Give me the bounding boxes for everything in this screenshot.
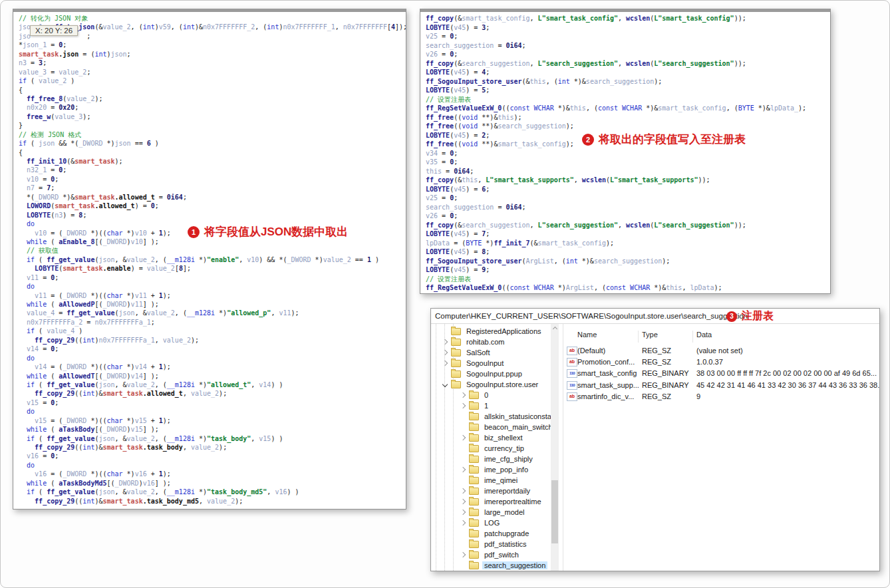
code-line[interactable]: do bbox=[19, 354, 406, 363]
code-line[interactable]: n32_1 = 0; bbox=[19, 166, 406, 174]
code-line[interactable]: v14 = (_DWORD *)((char *)v14 + 1); bbox=[19, 363, 406, 371]
column-divider[interactable] bbox=[638, 331, 639, 343]
code-line[interactable]: v11 = (_DWORD *)((char *)v11 + 1); bbox=[19, 291, 406, 300]
tree-item-patchupgrade[interactable]: patchupgrade bbox=[431, 528, 563, 539]
code-line[interactable]: LOBYTE(v45) = 3; bbox=[426, 23, 830, 33]
code-line[interactable]: if ( value_2 ) bbox=[19, 76, 406, 85]
code-line[interactable]: ff_copy_29((int)&smart_task.allowed_t, v… bbox=[19, 389, 406, 398]
tree-item-search-suggestion[interactable]: search_suggestion bbox=[431, 560, 563, 571]
tree-item-sogouinput-store-user[interactable]: SogouInput.store.user bbox=[431, 379, 563, 390]
code-line[interactable]: v26 = 0; bbox=[426, 50, 830, 59]
tree-item-1[interactable]: 1 bbox=[431, 400, 563, 411]
code-line[interactable]: v16 = (_DWORD *)((char *)v16 + 1); bbox=[19, 470, 406, 478]
code-line[interactable]: n0x20 = 0x20; bbox=[19, 103, 406, 112]
code-line[interactable]: ff_copy(&this, L"smart_task_supports", w… bbox=[426, 176, 830, 185]
code-line[interactable]: // 获取值 bbox=[19, 246, 406, 255]
registry-value-row[interactable]: 110smart_task_configREG_BINARY38 03 00 0… bbox=[564, 368, 879, 379]
code-line[interactable]: do bbox=[19, 282, 406, 291]
tree-item-registeredapplications[interactable]: RegisteredApplications bbox=[431, 326, 563, 337]
tree-item-rohitab-com[interactable]: rohitab.com bbox=[431, 337, 563, 347]
code-line[interactable]: n3 = 3; bbox=[19, 59, 406, 67]
tree-item-salsoft[interactable]: SalSoft bbox=[431, 347, 563, 358]
tree-item-ime-qimei[interactable]: ime_qimei bbox=[431, 475, 563, 486]
registry-value-row[interactable]: abPromotion_conf...REG_SZ1.0.0.37 bbox=[564, 357, 879, 368]
scroll-up-button[interactable] bbox=[551, 324, 559, 333]
code-line[interactable]: v35 = 0; bbox=[426, 158, 830, 167]
tree-item-pdf-statistics[interactable]: pdf_statistics bbox=[431, 539, 563, 549]
code-line[interactable]: v15 = (_DWORD *)((char *)v15 + 1); bbox=[19, 416, 406, 425]
tree-item-large-model[interactable]: large_model bbox=[431, 507, 563, 517]
code-line[interactable]: LOBYTE(v45) = 4; bbox=[426, 68, 830, 77]
tree-item-allskin-statusiconstatis[interactable]: allskin_statusiconstatis bbox=[431, 411, 563, 422]
code-line[interactable]: ff_SogouInput_store_user(&this, (int *)&… bbox=[426, 77, 830, 86]
code-line[interactable]: ff_free((void **)&search_suggestion); bbox=[426, 122, 830, 131]
code-line[interactable]: ff_copy(&search_suggestion, L"search_sug… bbox=[426, 59, 830, 69]
code-line[interactable]: LOBYTE(v45) = 5; bbox=[426, 86, 830, 95]
column-header-type[interactable]: Type bbox=[642, 331, 658, 339]
tree-item-biz-shellext[interactable]: biz_shellext bbox=[431, 432, 563, 443]
code-line[interactable]: *(_DWORD *)&smart_task.allowed_t = 0i64; bbox=[19, 193, 406, 202]
code-line[interactable]: if ( ff_get_value(json, &value_2, (__m12… bbox=[19, 488, 406, 496]
code-line[interactable]: LOBYTE(v45) = 7; bbox=[426, 229, 830, 239]
code-line[interactable]: v34 = 0; bbox=[426, 149, 830, 158]
tree-item-beacon-main-switch[interactable]: beacon_main_switch bbox=[431, 422, 563, 432]
code-line[interactable]: do bbox=[19, 407, 406, 416]
tree-item-imereportdaily[interactable]: imereportdaily bbox=[431, 486, 563, 496]
code-line[interactable]: v14 = 0; bbox=[19, 345, 406, 353]
column-divider[interactable] bbox=[692, 331, 693, 343]
code-line[interactable]: while ( aTaskBody[(_DWORD)v15] ); bbox=[19, 425, 406, 434]
registry-value-row[interactable]: absmartinfo_dic_v...REG_SZ9 bbox=[564, 391, 879, 402]
code-line[interactable]: while ( aAllowedP[(_DWORD)v11] ); bbox=[19, 300, 406, 309]
code-line[interactable]: v25 = 0; bbox=[426, 194, 830, 203]
code-line[interactable]: n0x7FFFFFFFa_2 = n0x7FFFFFFFa_1; bbox=[19, 318, 406, 327]
code-line[interactable]: if ( ff_get_value(json, &value_2, (__m12… bbox=[19, 255, 406, 264]
tree-scrollbar[interactable] bbox=[551, 324, 559, 571]
code-line[interactable]: ff_init_10(&smart_task); bbox=[19, 157, 406, 166]
code-line[interactable]: // 设置注册表 bbox=[426, 275, 830, 284]
code-line[interactable]: LOBYTE(n3) = 8; bbox=[19, 211, 406, 220]
code-line[interactable]: LOBYTE(smart_task.enable) = value_2[8]; bbox=[19, 264, 406, 273]
code-line[interactable]: *json_1 = 0; bbox=[19, 41, 406, 49]
code-line[interactable]: this = 0i64; bbox=[426, 167, 830, 176]
code-line[interactable]: ff_copy_29((int)&smart_task.task_body, v… bbox=[19, 443, 406, 452]
code-line[interactable]: ff_RegSetValueExW_0((const WCHAR *)ArgLi… bbox=[426, 283, 830, 293]
code-line[interactable]: LOBYTE(v45) = 8; bbox=[426, 247, 830, 257]
code-line[interactable]: v25 = 0; bbox=[426, 32, 830, 41]
tree-item-pdf-switch[interactable]: pdf_switch bbox=[431, 549, 563, 560]
code-line[interactable]: ff_RegSetValueExW_0((const WCHAR *)&this… bbox=[426, 104, 830, 113]
scrollbar-thumb[interactable] bbox=[551, 480, 558, 543]
code-line[interactable]: // 检测 JSON 格式 bbox=[19, 130, 406, 139]
registry-value-row[interactable]: ab(Default)REG_SZ(value not set) bbox=[564, 345, 879, 357]
code-line[interactable]: ff_copy(&smart_task_config, L"smart_task… bbox=[426, 14, 830, 23]
tree-item-0[interactable]: 0 bbox=[431, 390, 563, 400]
code-line[interactable]: search_suggestion = 0i64; bbox=[426, 203, 830, 212]
code-line[interactable]: v11 = 0; bbox=[19, 273, 406, 282]
code-line[interactable]: lpData = (BYTE *)ff_init_7(&smart_task_c… bbox=[426, 239, 830, 248]
code-line[interactable]: LOBYTE(v45) = 6; bbox=[426, 185, 830, 194]
registry-value-row[interactable]: 110smart_task_supp...REG_BINARY45 42 42 … bbox=[564, 380, 879, 391]
code-line[interactable]: while ( aTaskBodyMd5[(_DWORD)v16] ); bbox=[19, 479, 406, 488]
code-line[interactable]: n7 = 7; bbox=[19, 184, 406, 192]
code-line[interactable]: search_suggestion = 0i64; bbox=[426, 41, 830, 51]
code-line[interactable]: value_3 = value_2; bbox=[19, 68, 406, 76]
code-line[interactable]: // 转化为 JSON 对象 bbox=[19, 14, 406, 23]
code-line[interactable]: do bbox=[19, 461, 406, 470]
tree-item-ime-pop-info[interactable]: ime_pop_info bbox=[431, 464, 563, 475]
code-line[interactable]: ff_copy_29((int)n0x7FFFFFFFa_1, value_2)… bbox=[19, 336, 406, 345]
column-header-name[interactable]: Name bbox=[577, 331, 597, 339]
code-line[interactable]: ff_free_8(value_2); bbox=[19, 94, 406, 103]
code-line[interactable]: v10 = 0; bbox=[19, 175, 406, 184]
code-line[interactable]: ff_copy(&search_suggestion, L"search_sug… bbox=[426, 221, 830, 230]
code-line[interactable]: if ( ff_get_value(json, &value_2, (__m12… bbox=[19, 434, 406, 443]
code-line[interactable]: while ( aAllowedT[(_DWORD)v14] ); bbox=[19, 372, 406, 380]
code-line[interactable]: } bbox=[19, 121, 406, 130]
registry-address-bar[interactable]: Computer\HKEY_CURRENT_USER\SOFTWARE\Sogo… bbox=[431, 309, 879, 324]
code-line[interactable]: // 设置注册表 bbox=[426, 95, 830, 104]
tree-item-sogouinput[interactable]: SogouInput bbox=[431, 358, 563, 368]
tree-item-currency-tip[interactable]: currency_tip bbox=[431, 443, 563, 454]
code-line[interactable]: smart_task.json = (int)json; bbox=[19, 50, 406, 59]
code-line[interactable]: { bbox=[19, 86, 406, 94]
code-line[interactable]: if ( value_4 ) bbox=[19, 327, 406, 335]
code-line[interactable]: ff_SogouInput_store_user(ArgList, (int *… bbox=[426, 257, 830, 266]
code-line[interactable]: v16 = 0; bbox=[19, 452, 406, 460]
